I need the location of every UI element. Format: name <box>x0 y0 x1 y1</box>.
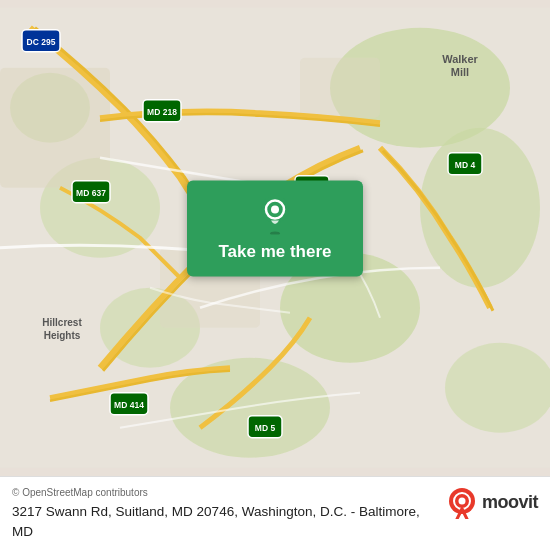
svg-text:Heights: Heights <box>44 330 81 341</box>
svg-rect-11 <box>300 58 380 118</box>
address-section: © OpenStreetMap contributors 3217 Swann … <box>12 487 434 543</box>
app: DC 295 MD 218 MD 637 MD 5 MD 4 MD 414 <box>0 0 550 550</box>
location-pin-icon <box>258 194 292 234</box>
svg-text:Walker: Walker <box>442 53 478 65</box>
map-container: DC 295 MD 218 MD 637 MD 5 MD 4 MD 414 <box>0 0 550 476</box>
button-overlay: Take me there <box>187 180 363 276</box>
attribution-text: © OpenStreetMap contributors <box>12 487 434 498</box>
moovit-brand-text: moovit <box>482 492 538 513</box>
moovit-logo: moovit <box>446 487 538 519</box>
svg-point-36 <box>458 497 465 504</box>
take-me-there-button[interactable]: Take me there <box>187 180 363 276</box>
svg-text:MD 218: MD 218 <box>147 107 177 117</box>
svg-point-8 <box>445 343 550 433</box>
svg-text:Hillcrest: Hillcrest <box>42 317 82 328</box>
moovit-icon <box>446 487 478 519</box>
svg-text:MD 4: MD 4 <box>455 160 476 170</box>
svg-point-33 <box>270 231 280 234</box>
svg-point-2 <box>420 128 540 288</box>
button-label: Take me there <box>218 242 331 262</box>
svg-text:MD 5: MD 5 <box>255 423 276 433</box>
svg-text:MD 637: MD 637 <box>76 188 106 198</box>
svg-text:MD 414: MD 414 <box>114 400 144 410</box>
bottom-bar: © OpenStreetMap contributors 3217 Swann … <box>0 476 550 551</box>
address-text: 3217 Swann Rd, Suitland, MD 20746, Washi… <box>12 502 434 543</box>
svg-text:DC 295: DC 295 <box>27 37 56 47</box>
svg-text:Mill: Mill <box>451 66 469 78</box>
